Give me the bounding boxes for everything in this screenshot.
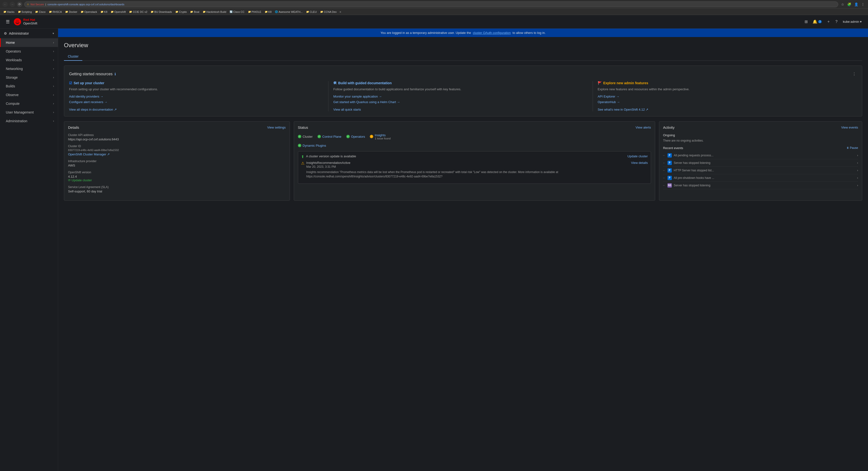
bookmark-hackintosh[interactable]: 📁Hackintosh Build xyxy=(201,10,228,14)
dynamic-plugins-status[interactable]: ✓ Dynamic Plugins xyxy=(298,144,651,147)
status-insights: ! Insights 1 issue found xyxy=(370,133,391,140)
builds-chevron-icon: › xyxy=(53,85,54,88)
perspective-selector[interactable]: ⚙ Administrator ▾ xyxy=(0,29,58,38)
bookmark-pihole[interactable]: 📁PIHOLE xyxy=(247,10,263,14)
whats-new-link[interactable]: See what's new in OpenShift 4.12 ↗ xyxy=(598,108,649,111)
api-explorer-link[interactable]: API Explorer → xyxy=(598,95,857,98)
sidebar-item-builds[interactable]: Builds › xyxy=(0,82,58,91)
control-plane-link[interactable]: Control Plane xyxy=(322,135,341,138)
event-item-2[interactable]: – P HTTP Server has stopped list... › xyxy=(663,167,858,174)
admin-chevron-icon: › xyxy=(53,119,54,123)
update-available-icon: ⬆ xyxy=(301,155,304,159)
usermgmt-chevron-icon: › xyxy=(53,111,54,114)
reload-button[interactable]: ⟳ xyxy=(17,2,22,7)
sidebar-item-operators[interactable]: Operators › xyxy=(0,47,58,56)
bookmark-k8-2[interactable]: 📁K8 xyxy=(263,10,273,14)
help-button[interactable]: ? xyxy=(833,18,839,25)
event-item-1[interactable]: – P Server has stopped listening › xyxy=(663,159,858,167)
quarkus-helm-link[interactable]: Get started with Quarkus using a Helm Ch… xyxy=(333,100,588,104)
sidebar-item-administration[interactable]: Administration › xyxy=(0,117,58,125)
sidebar-item-compute[interactable]: Compute › xyxy=(0,99,58,108)
sidebar-item-observe[interactable]: Observe › xyxy=(0,91,58,99)
sidebar-item-storage[interactable]: Storage › xyxy=(0,73,58,82)
explore-admin-title: 🚩 Explore new admin features xyxy=(598,81,857,85)
bookmark-openshift[interactable]: 📁Openshift xyxy=(109,10,127,14)
bookmark-ccna[interactable]: 📁CCNA Dev xyxy=(319,10,338,14)
insights-alert: ⚠ InsightsRecommendationActive Mar 20, 2… xyxy=(301,161,648,179)
event-chevron-4: › xyxy=(857,184,858,187)
perspective-chevron-icon: ▾ xyxy=(53,32,54,35)
plugins-status-dot: ✓ xyxy=(298,144,301,147)
profile-avatar[interactable]: 👤 xyxy=(853,2,859,7)
build-icon: 🛠 xyxy=(333,81,337,85)
bookmark-openstack[interactable]: 📁Openstack xyxy=(79,10,99,14)
add-button[interactable]: ＋ xyxy=(825,18,832,26)
bookmark-bu-downloads[interactable]: 📁BU Downloads xyxy=(149,10,174,14)
event-chevron-0: › xyxy=(857,154,858,157)
bookmark-weather[interactable]: 🌐Awesome WEATH... xyxy=(273,10,304,14)
bookmark-rhsca[interactable]: 📁RHSCA xyxy=(48,10,63,14)
card-title: Getting started resources ℹ xyxy=(69,72,116,76)
update-cluster-link[interactable]: ⟳ Update cluster xyxy=(68,178,286,182)
tab-cluster[interactable]: Cluster xyxy=(64,53,82,61)
url-bar[interactable]: ⚠ Not Secure | console-openshift-console… xyxy=(24,1,838,7)
insights-status-dot: ! xyxy=(370,135,373,138)
detail-sla: Service Level Agreement (SLA) Self-suppo… xyxy=(68,186,286,193)
grid-apps-button[interactable]: ⊞ xyxy=(803,18,810,25)
bookmarks-overflow-icon[interactable]: » xyxy=(340,10,341,13)
notifications-badge: 3 xyxy=(818,20,822,23)
oauth-config-link[interactable]: cluster OAuth configuration xyxy=(473,31,511,35)
monitor-sample-link[interactable]: Monitor your sample application → xyxy=(333,95,588,98)
bookmark-docker[interactable]: 📁Docker xyxy=(64,10,79,14)
bookmark-boat[interactable]: 📁Boat xyxy=(189,10,201,14)
event-badge-1: P xyxy=(668,161,672,165)
sidebar-item-networking[interactable]: Networking › xyxy=(0,64,58,73)
bookmark-k8[interactable]: 📁K8 xyxy=(99,10,109,14)
extension-puzzle-icon[interactable]: 🧩 xyxy=(846,2,852,7)
identity-providers-link[interactable]: Add identity providers → xyxy=(69,95,323,98)
operatorhub-link[interactable]: OperatorHub → xyxy=(598,100,857,104)
view-all-quickstarts-link[interactable]: View all quick starts xyxy=(333,108,361,111)
storage-chevron-icon: › xyxy=(53,76,54,79)
bookmark-ccie[interactable]: 📁CCIE DC v2 xyxy=(128,10,149,14)
bookmark-cisco-cc[interactable]: 🔄Cisco CC xyxy=(228,10,246,14)
sidebar-item-user-management[interactable]: User Management › xyxy=(0,108,58,117)
security-icon: ⚠ xyxy=(27,3,29,6)
hamburger-button[interactable]: ☰ xyxy=(4,17,11,26)
event-item-3[interactable]: – P All pre-shutdown hooks have ... › xyxy=(663,174,858,182)
sidebar-item-home[interactable]: Home › xyxy=(0,38,58,47)
bookmark-scripting[interactable]: 📁Scripting xyxy=(17,10,33,14)
more-options-button[interactable]: ⋮ xyxy=(851,71,857,77)
menu-dots-icon[interactable]: ⋮ xyxy=(860,2,866,7)
browser-chrome: ← → ⟳ ⚠ Not Secure | console-openshift-c… xyxy=(0,0,868,9)
view-all-steps-link[interactable]: View all steps in documentation ↗ xyxy=(69,108,117,111)
cluster-manager-link[interactable]: OpenShift Cluster Manager ↗ xyxy=(68,153,286,156)
bookmark-hacks[interactable]: 📁Hacks xyxy=(2,10,16,14)
home-chevron-icon: › xyxy=(53,41,54,44)
card-header: Getting started resources ℹ ⋮ xyxy=(69,71,857,77)
event-item-4[interactable]: – NS Server has stopped listening › xyxy=(663,182,858,189)
pause-button[interactable]: ⏸ Pause xyxy=(846,146,858,149)
bookmark-cisco[interactable]: 📁Cisco xyxy=(34,10,47,14)
cluster-status-dot: ✓ xyxy=(298,135,301,138)
notifications-button[interactable]: 🔔 3 xyxy=(811,18,824,25)
observe-chevron-icon: › xyxy=(53,93,54,97)
view-alerts-link[interactable]: View alerts xyxy=(636,126,651,129)
bookmark-star-icon[interactable]: ☆ xyxy=(840,2,845,7)
bookmark-cleu[interactable]: 📁CLEU xyxy=(305,10,318,14)
insights-link[interactable]: Insights xyxy=(375,133,391,137)
operators-link[interactable]: Operators xyxy=(351,135,365,138)
back-button[interactable]: ← xyxy=(2,2,8,7)
forward-button[interactable]: → xyxy=(10,2,15,7)
user-menu-button[interactable]: kube:admin ▾ xyxy=(840,19,864,25)
event-item-0[interactable]: – P All pending requests process... › xyxy=(663,152,858,159)
event-badge-2: P xyxy=(668,168,672,173)
sidebar-item-workloads[interactable]: Workloads › xyxy=(0,56,58,64)
view-settings-link[interactable]: View settings xyxy=(267,126,285,129)
view-details-action[interactable]: View details xyxy=(631,161,648,165)
status-cluster: ✓ Cluster xyxy=(298,133,313,140)
bookmark-crypto[interactable]: 📁Crypto xyxy=(174,10,188,14)
update-cluster-action[interactable]: Update cluster xyxy=(627,155,648,158)
view-events-link[interactable]: View events xyxy=(841,126,858,129)
alert-receivers-link[interactable]: Configure alert receivers → xyxy=(69,100,323,104)
